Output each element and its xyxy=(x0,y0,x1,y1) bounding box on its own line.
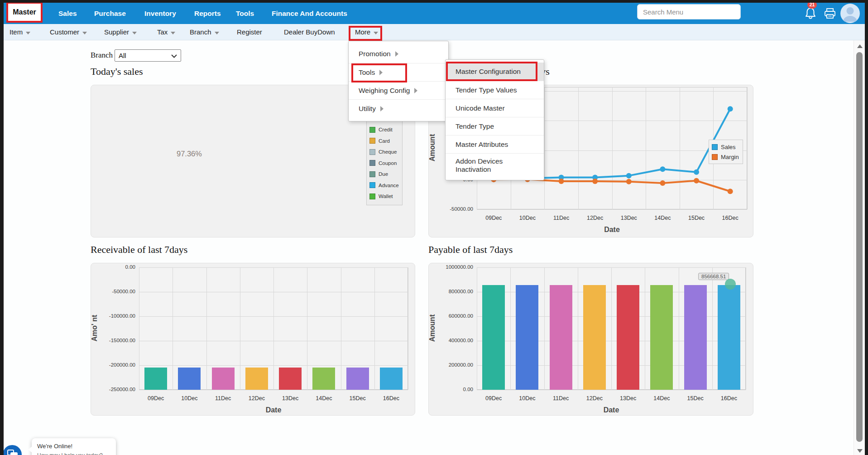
nav-item-master[interactable]: Master xyxy=(6,2,43,23)
legend-item-card: Card xyxy=(369,136,399,147)
subnav-item-branch[interactable]: Branch xyxy=(190,28,219,36)
pie-legend: CreditCardChequeCouponDueAdvanceWallet xyxy=(366,121,403,205)
legend-item-cheque: Cheque xyxy=(369,146,399,158)
window-frame-left xyxy=(0,0,4,455)
window-frame-right xyxy=(865,0,868,455)
caret-down-icon xyxy=(82,32,87,34)
nav-item-sales[interactable]: Sales xyxy=(58,10,77,18)
menu-item-label: Weighing Config xyxy=(359,87,410,95)
nav-item-inventory[interactable]: Inventory xyxy=(144,10,176,18)
caret-down-icon xyxy=(132,32,137,34)
menu-item-utility[interactable]: Utility xyxy=(349,99,448,117)
printer-icon xyxy=(824,8,836,19)
legend-item-label: Card xyxy=(379,138,390,144)
submenu-item-label: Addon Devices Inactivation xyxy=(456,157,537,174)
caret-right-icon xyxy=(380,106,384,111)
nav-item-tools[interactable]: Tools xyxy=(236,10,254,18)
chat-popup[interactable]: We're Online! How may I help you today? xyxy=(32,438,116,455)
scrollbar-thumb[interactable] xyxy=(856,52,863,442)
search-input[interactable] xyxy=(637,4,741,19)
tools-submenu: Master ConfigurationTender Type ValuesUn… xyxy=(445,59,544,180)
legend-item-label: Advance xyxy=(379,183,399,188)
caret-down-icon xyxy=(171,32,175,34)
caret-down-icon xyxy=(26,32,30,34)
branch-filter-label: Branch xyxy=(91,51,113,60)
legend-swatch xyxy=(369,171,375,177)
legend-item-advance: Advance xyxy=(369,180,399,191)
legend-item-credit: Credit xyxy=(369,124,399,136)
person-icon xyxy=(840,4,860,23)
subnav-item-customer[interactable]: Customer xyxy=(50,28,87,36)
bar-tooltip: 856668.51 xyxy=(698,273,729,280)
more-dropdown-menu: PromotionToolsWeighing ConfigUtility xyxy=(348,41,449,121)
module-navbar: ItemCustomerSupplierTaxBranchRegisterDea… xyxy=(4,24,865,40)
submenu-item-label: Master Configuration xyxy=(456,68,521,76)
submenu-item-addon-devices-inactivation[interactable]: Addon Devices Inactivation xyxy=(446,153,544,177)
subnav-item-dealer-buydown[interactable]: Dealer BuyDown xyxy=(284,28,335,36)
menu-item-label: Tools xyxy=(359,68,375,77)
submenu-item-master-attributes[interactable]: Master Attributes xyxy=(446,135,544,153)
chat-status-text: We're Online! xyxy=(37,443,110,450)
payable-chart-title: Payable of last 7days xyxy=(428,244,513,256)
menu-item-promotion[interactable]: Promotion xyxy=(349,45,448,63)
legend-swatch xyxy=(369,182,375,188)
nav-item-purchase[interactable]: Purchase xyxy=(94,10,126,18)
branch-select[interactable]: All xyxy=(115,49,181,62)
caret-right-icon xyxy=(379,70,383,75)
legend-swatch xyxy=(369,127,375,133)
print-button[interactable] xyxy=(824,8,836,21)
submenu-item-label: Unicode Master xyxy=(456,104,505,112)
submenu-item-label: Master Attributes xyxy=(456,140,508,149)
legend-item-label: Credit xyxy=(379,127,393,132)
legend-item-label: Due xyxy=(379,171,388,177)
chat-greeting-text: How may I help you today? xyxy=(37,452,110,455)
subnav-item-tax[interactable]: Tax xyxy=(157,28,175,36)
submenu-item-label: Tender Type xyxy=(456,122,494,131)
top-navbar: Master SalesPurchaseInventoryReportsTool… xyxy=(4,3,865,24)
window-frame-top xyxy=(0,0,868,3)
subnav-item-more[interactable]: More xyxy=(355,28,378,36)
submenu-item-unicode-master[interactable]: Unicode Master xyxy=(446,99,544,117)
scroll-up-arrow-icon[interactable] xyxy=(857,44,863,48)
scroll-down-arrow-icon[interactable] xyxy=(857,449,863,453)
legend-item-coupon: Coupon xyxy=(369,158,399,169)
legend-item-wallet: Wallet xyxy=(369,191,399,202)
menu-item-tools[interactable]: Tools xyxy=(349,63,448,81)
subnav-item-item[interactable]: Item xyxy=(10,28,30,36)
menu-item-label: Utility xyxy=(359,105,376,113)
caret-down-icon xyxy=(374,32,378,34)
chevron-down-icon xyxy=(171,54,177,58)
legend-item-due: Due xyxy=(369,169,399,180)
legend-swatch xyxy=(369,149,375,155)
submenu-item-label: Tender Type Values xyxy=(456,86,517,94)
menu-item-weighing-config[interactable]: Weighing Config xyxy=(349,81,448,99)
legend-swatch xyxy=(369,160,375,166)
legend-swatch xyxy=(369,194,375,199)
submenu-item-tender-type-values[interactable]: Tender Type Values xyxy=(446,81,544,99)
legend-swatch xyxy=(369,138,375,144)
subnav-item-supplier[interactable]: Supplier xyxy=(104,28,137,36)
user-avatar[interactable] xyxy=(840,4,860,23)
legend-item-label: Cheque xyxy=(379,149,397,155)
pie-data-label: 97.36% xyxy=(177,150,202,158)
nav-item-finance-and-accounts[interactable]: Finance And Accounts xyxy=(272,10,347,18)
payable-chart-card xyxy=(428,263,753,416)
chat-dots-icon: ... xyxy=(10,452,18,455)
legend-item-label: Coupon xyxy=(379,160,397,166)
menu-item-label: Promotion xyxy=(359,50,391,58)
caret-right-icon xyxy=(395,51,398,57)
submenu-item-master-configuration[interactable]: Master Configuration xyxy=(446,63,544,81)
subnav-item-register[interactable]: Register xyxy=(237,28,262,36)
caret-down-icon xyxy=(215,32,219,34)
chat-launcher-button[interactable]: ... xyxy=(3,445,22,455)
nav-item-reports[interactable]: Reports xyxy=(194,10,221,18)
vertical-scrollbar[interactable] xyxy=(854,40,865,455)
legend-item-label: Wallet xyxy=(379,194,393,199)
caret-right-icon xyxy=(414,88,417,93)
submenu-item-tender-type[interactable]: Tender Type xyxy=(446,117,544,135)
branch-select-value: All xyxy=(119,52,126,59)
chat-popup-tail xyxy=(28,446,32,453)
hover-marker xyxy=(725,279,736,290)
receivable-chart-card xyxy=(91,263,415,416)
receivable-chart-title: Receivable of last 7days xyxy=(91,244,187,256)
